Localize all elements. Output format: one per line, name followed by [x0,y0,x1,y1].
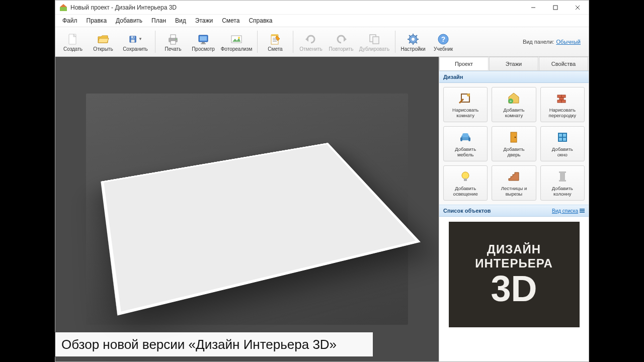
btn-draw-partition[interactable]: Нарисовать перегородку [540,87,585,122]
menubar: Файл Правка Добавить План Вид Этажи Смет… [55,15,589,27]
redo-button[interactable]: Повторить [327,29,356,55]
floorplan-render [101,143,421,316]
btn-add-door[interactable]: Добавить дверь [492,126,536,161]
titlebar: Новый проект - Дизайн Интерьера 3D [55,1,589,15]
view-list-link[interactable]: Вид списка [552,208,585,214]
help-button[interactable]: ? Учебник [429,29,458,55]
svg-line-38 [416,42,417,43]
notepad-icon [268,32,282,46]
menu-help[interactable]: Справка [245,16,276,25]
undo-button[interactable]: Отменить [296,29,326,55]
btn-label-2: комнату [456,113,474,119]
svg-rect-9 [131,39,135,42]
btn-add-furniture[interactable]: Добавить мебель [443,126,488,161]
btn-add-window[interactable]: Добавить окно [540,126,585,161]
column-icon [555,169,570,184]
btn-label-2: комнату [505,113,523,119]
svg-line-39 [409,42,411,43]
save-label: Сохранить [123,46,148,52]
window-icon [555,130,570,145]
redo-icon [334,32,348,46]
svg-point-21 [238,37,240,39]
object-list-area: ДИЗАЙН ИНТЕРЬЕРА 3D [439,217,589,361]
svg-rect-18 [201,43,206,44]
3d-viewport[interactable] [55,57,439,361]
btn-add-lighting[interactable]: Добавить освещение [443,165,488,201]
floppy-icon: ▼ [128,32,142,46]
estimate-button[interactable]: Смета [261,29,290,55]
promo-line-1: ДИЗАЙН [487,242,541,256]
open-button[interactable]: Открыть [89,29,118,55]
menu-file[interactable]: Файл [58,16,82,25]
svg-point-63 [462,172,469,179]
objects-header-label: Список объектов [443,208,491,214]
open-label: Открыть [93,46,113,52]
design-grid: Нарисовать комнату + Добавить комнату На… [439,83,589,205]
btn-label-2: освещение [453,192,478,197]
svg-rect-71 [580,209,585,210]
chevron-down-icon: ▼ [138,37,142,41]
menu-estimate[interactable]: Смета [218,16,244,25]
save-button[interactable]: ▼ Сохранить [119,29,152,55]
help-icon: ? [436,32,450,46]
new-file-icon [66,32,80,46]
svg-rect-13 [171,41,176,44]
svg-rect-0 [60,7,67,11]
menu-plan[interactable]: План [147,16,170,25]
btn-add-room[interactable]: + Добавить комнату [492,87,536,122]
preview-button[interactable]: Просмотр [189,29,218,55]
minimize-button[interactable] [522,1,544,15]
gear-icon [406,32,420,46]
svg-rect-17 [202,42,205,43]
duplicate-label: Дублировать [359,46,389,52]
printer-icon [166,32,180,46]
separator [257,31,258,53]
create-button[interactable]: Создать [58,29,88,55]
photoreal-label: Фотореализм [221,46,253,52]
panel-mode-link[interactable]: Обычный [556,39,581,45]
settings-label: Настройки [400,46,425,52]
folder-open-icon [96,32,110,46]
svg-rect-10 [133,36,134,38]
maximize-button[interactable] [544,1,567,15]
separator [155,31,155,53]
btn-stairs-cutouts[interactable]: Лестницы и вырезы [492,165,536,201]
menu-edit[interactable]: Правка [83,16,111,25]
menu-view[interactable]: Вид [171,16,190,25]
menu-add[interactable]: Добавить [112,16,146,25]
undo-icon [304,32,318,46]
svg-rect-51 [559,98,564,100]
workspace: Проект Этажи Свойства Дизайн Нарисовать … [55,57,589,361]
svg-rect-52 [557,100,561,103]
duplicate-icon [367,32,381,46]
svg-rect-30 [373,37,379,44]
lightbulb-icon [458,169,473,184]
close-button[interactable] [567,1,589,15]
tab-properties[interactable]: Свойства [539,57,588,70]
menu-floors[interactable]: Этажи [191,16,217,25]
btn-add-column[interactable]: Добавить колонну [540,165,585,201]
separator [395,31,395,53]
btn-label-2: окно [557,152,568,158]
photoreal-button[interactable]: Фотореализм [219,29,254,55]
create-label: Создать [63,46,83,52]
tab-project[interactable]: Проект [439,57,489,70]
toolbar: Создать Открыть ▼ Сохранить Печать Просм… [55,27,589,57]
duplicate-button[interactable]: Дублировать [357,29,392,55]
app-window: Новый проект - Дизайн Интерьера 3D Файл … [55,0,589,362]
btn-draw-room[interactable]: Нарисовать комнату [443,87,488,122]
settings-button[interactable]: Настройки [398,29,428,55]
list-icon [580,208,585,213]
redo-label: Повторить [329,46,354,52]
svg-rect-72 [580,210,585,211]
tab-floors[interactable]: Этажи [489,57,538,70]
objects-section-header: Список объектов Вид списка [439,205,589,217]
print-button[interactable]: Печать [158,29,188,55]
letterbox: Новый проект - Дизайн Интерьера 3D Файл … [0,0,644,362]
estimate-label: Смета [268,46,282,52]
svg-rect-3 [553,6,557,10]
svg-rect-73 [580,212,585,213]
lower-third-text: Обзор новой версии «Дизайн Интерьера 3D» [61,337,337,352]
btn-label-2: дверь [507,152,520,158]
svg-rect-66 [559,171,566,173]
